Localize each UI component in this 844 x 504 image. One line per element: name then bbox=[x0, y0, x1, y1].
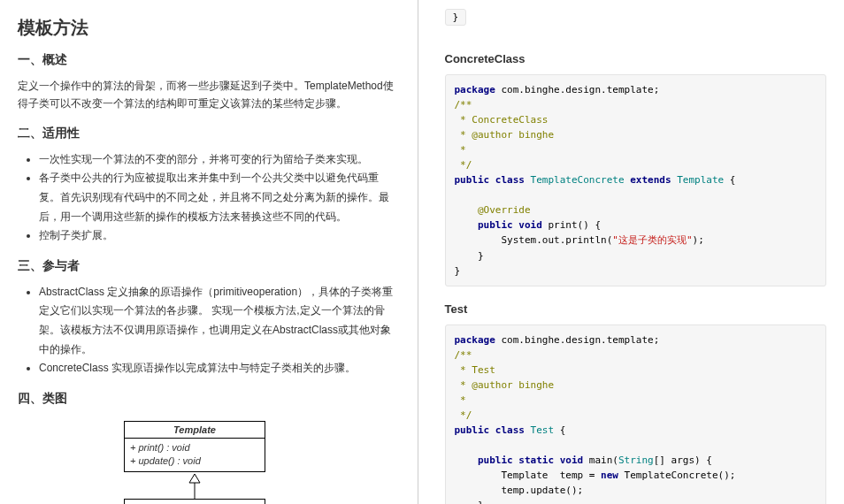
uml-class-template: Template + print() : void + update() : v… bbox=[124, 421, 265, 472]
code-token: * ConcreteClass bbox=[455, 114, 549, 126]
code-token: /** bbox=[455, 349, 472, 361]
code-token: com.binghe.design.template; bbox=[495, 84, 659, 95]
code-token: String bbox=[618, 454, 654, 466]
code-token: public void bbox=[455, 219, 549, 231]
code-trailing-brace: } bbox=[445, 9, 467, 26]
uml-class-name: Template bbox=[125, 422, 265, 439]
section-classdiagram-heading: 四、类图 bbox=[18, 391, 400, 407]
code-token: extends bbox=[625, 174, 678, 186]
code-token: [] args) { bbox=[654, 454, 712, 466]
overview-text: 定义一个操作中的算法的骨架，而将一些步骤延迟到子类中。TemplateMetho… bbox=[18, 77, 400, 113]
code-token: TemplateConcrete bbox=[531, 174, 625, 186]
code-token: * @author binghe bbox=[455, 129, 555, 141]
page-title: 模板方法 bbox=[18, 16, 400, 40]
code-token: Test bbox=[531, 424, 555, 436]
code-token: ); bbox=[693, 234, 704, 246]
list-item: AbstractClass 定义抽象的原语操作（primitiveoperati… bbox=[39, 283, 400, 359]
code-token: "这是子类的实现" bbox=[612, 234, 692, 246]
participants-list: AbstractClass 定义抽象的原语操作（primitiveoperati… bbox=[39, 283, 400, 378]
code-token: package bbox=[455, 334, 495, 346]
page-container: 模板方法 一、概述 定义一个操作中的算法的骨架，而将一些步骤延迟到子类中。Tem… bbox=[0, 0, 844, 504]
code-token: public static void bbox=[455, 454, 589, 466]
list-item: 一次性实现一个算法的不变的部分，并将可变的行为留给子类来实现。 bbox=[39, 150, 400, 170]
uml-inheritance-arrow-icon bbox=[186, 472, 203, 499]
code-token: () { bbox=[578, 219, 602, 231]
code-token: { bbox=[554, 424, 565, 436]
code-token: * @author binghe bbox=[455, 379, 555, 391]
code-concreteclass: package com.binghe.design.template; /** … bbox=[445, 74, 827, 286]
uml-method: + update() : void bbox=[130, 454, 259, 468]
code-token: main bbox=[589, 454, 613, 466]
code-token: Template bbox=[677, 174, 724, 186]
code-token: @Override bbox=[455, 204, 531, 216]
section-applicability-heading: 二、适用性 bbox=[18, 126, 400, 141]
code-test: package com.binghe.design.template; /** … bbox=[445, 325, 827, 504]
code-token: * Test bbox=[455, 364, 495, 376]
code-token: com.binghe.design.template; bbox=[495, 334, 659, 346]
code-token: public class bbox=[455, 174, 531, 186]
code-token: } bbox=[455, 265, 461, 277]
uml-class-template-concrete: TemplateConcrete + print() : void bbox=[124, 499, 265, 505]
list-item: ConcreteClass 实现原语操作以完成算法中与特定子类相关的步骤。 bbox=[39, 359, 400, 378]
code-token: * bbox=[455, 144, 466, 156]
applicability-list: 一次性实现一个算法的不变的部分，并将可变的行为留给子类来实现。 各子类中公共的行… bbox=[39, 150, 400, 246]
code-token: print bbox=[548, 219, 577, 231]
list-item: 各子类中公共的行为应被提取出来并集中到一个公共父类中以避免代码重复。首先识别现有… bbox=[39, 169, 400, 226]
section-participants-heading: 三、参与者 bbox=[18, 258, 400, 274]
code-token: } bbox=[455, 250, 484, 262]
code-token: System.out.println( bbox=[455, 234, 613, 246]
code-token: Template temp = bbox=[455, 470, 602, 481]
code-token: ( bbox=[612, 454, 618, 466]
right-column: } ConcreteClass package com.binghe.desig… bbox=[418, 0, 845, 504]
code-token: { bbox=[724, 174, 735, 186]
code-token: */ bbox=[455, 159, 472, 171]
uml-diagram: Template + print() : void + update() : v… bbox=[124, 421, 400, 504]
section-overview-heading: 一、概述 bbox=[18, 52, 400, 68]
example-test-heading: Test bbox=[445, 302, 827, 316]
code-token: } bbox=[455, 500, 484, 504]
code-token: TemplateConcrete(); bbox=[618, 470, 735, 481]
code-token: temp.update(); bbox=[455, 485, 584, 496]
list-item: 控制子类扩展。 bbox=[39, 226, 400, 246]
uml-class-name: TemplateConcrete bbox=[125, 500, 265, 505]
code-token: package bbox=[455, 84, 495, 95]
code-token: /** bbox=[455, 99, 472, 111]
code-token: * bbox=[455, 394, 466, 406]
code-token: public class bbox=[455, 424, 531, 436]
svg-marker-0 bbox=[189, 474, 200, 483]
code-token: new bbox=[601, 470, 618, 481]
left-column: 模板方法 一、概述 定义一个操作中的算法的骨架，而将一些步骤延迟到子类中。Tem… bbox=[0, 0, 418, 504]
uml-method: + print() : void bbox=[130, 441, 259, 454]
example-concreteclass-heading: ConcreteClass bbox=[445, 52, 827, 65]
code-token: */ bbox=[455, 409, 472, 421]
